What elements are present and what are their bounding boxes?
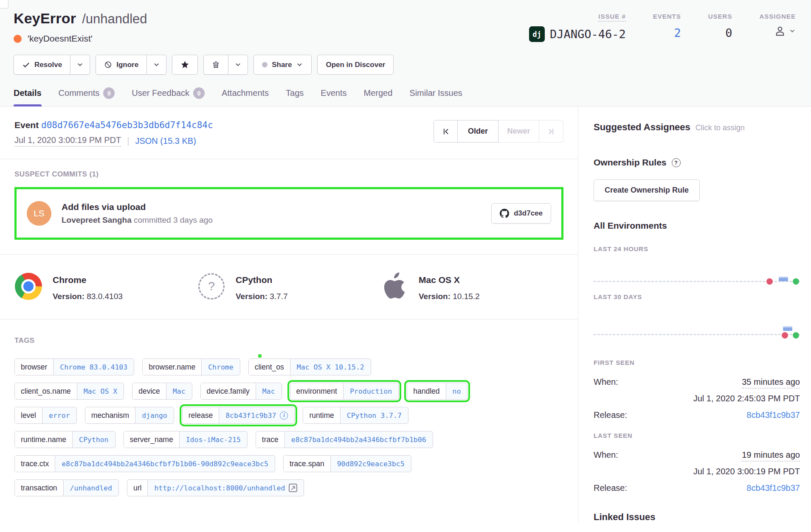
tag-value-link[interactable]: error bbox=[42, 407, 76, 423]
first-seen-relative: 35 minutes ago bbox=[742, 377, 800, 389]
star-icon bbox=[180, 60, 189, 69]
last-seen-release-link[interactable]: 8cb43f1c9b37 bbox=[746, 483, 800, 493]
delete-button[interactable] bbox=[203, 55, 228, 75]
tag-value-link[interactable]: Production bbox=[344, 383, 398, 399]
tag-value-link[interactable]: e8c87ba1dc494bb2a4346bcfbf7b1b06 bbox=[285, 431, 433, 448]
resolve-dropdown-button[interactable] bbox=[70, 55, 90, 75]
issue-tabs: DetailsComments0User Feedback0Attachment… bbox=[0, 87, 811, 106]
stat-issue-number: ISSUE # dj DJANGO-46-2 bbox=[529, 13, 626, 42]
tag-value-link[interactable]: no bbox=[446, 383, 467, 399]
tag-browser-name: browser.nameChrome bbox=[142, 358, 240, 375]
create-ownership-rule-button[interactable]: Create Ownership Rule bbox=[594, 179, 700, 201]
unknown-runtime-icon: ? bbox=[198, 273, 225, 300]
bookmark-button[interactable] bbox=[172, 55, 198, 75]
last-seen-marker bbox=[793, 278, 799, 285]
tag-key: server_name bbox=[124, 431, 180, 448]
share-indicator-icon bbox=[262, 62, 268, 67]
tag-value-link[interactable]: Chrome 83.0.4103 bbox=[54, 359, 134, 375]
tab-events[interactable]: Events bbox=[321, 87, 346, 106]
tag-trace: tracee8c87ba1dc494bb2a4346bcfbf7b1b06 bbox=[256, 431, 433, 448]
tag-value-link[interactable]: http://localhost:8000/unhandled bbox=[148, 480, 304, 496]
sparkline-baseline bbox=[594, 334, 800, 335]
tag-value-link[interactable]: 8cb43f1c9b37i bbox=[219, 407, 294, 423]
tab-user-feedback[interactable]: User Feedback0 bbox=[132, 87, 205, 106]
tag-value-link[interactable]: Mac bbox=[256, 383, 282, 399]
older-event-button[interactable]: Older bbox=[458, 120, 498, 143]
users-count: 0 bbox=[708, 26, 732, 39]
tab-label: User Feedback bbox=[132, 88, 189, 98]
tag-device: deviceMac bbox=[132, 383, 192, 400]
resolve-button[interactable]: Resolve bbox=[14, 55, 70, 75]
tag-key: release bbox=[183, 407, 219, 423]
commit-sha-button[interactable]: d3d7cee bbox=[491, 203, 551, 224]
tag-row: trace.ctxe8c87ba1dc494bb2a4346bcfbf7b1b0… bbox=[14, 455, 563, 472]
json-download-link[interactable]: JSON (15.3 KB) bbox=[135, 136, 196, 146]
chevron-down-icon bbox=[789, 28, 796, 34]
jump-to-first-button[interactable] bbox=[434, 120, 458, 143]
first-seen-marker bbox=[766, 278, 773, 285]
issue-header: KeyError /unhandled 'keyDoesntExist' ISS… bbox=[0, 0, 811, 106]
tag-row: transaction/unhandledurlhttp://localhost… bbox=[14, 479, 563, 496]
external-link-icon[interactable] bbox=[289, 484, 297, 492]
tag-value-link[interactable]: Idos-iMac-215 bbox=[180, 431, 247, 448]
jump-first-icon bbox=[442, 127, 450, 136]
last-seen-marker bbox=[793, 332, 799, 339]
tag-value-link[interactable]: Mac OS X bbox=[77, 383, 124, 399]
tab-comments[interactable]: Comments0 bbox=[59, 87, 115, 106]
tag-key: client_os bbox=[249, 359, 290, 375]
tab-attachments[interactable]: Attachments bbox=[222, 87, 269, 106]
tag-row: browserChrome 83.0.4103browser.nameChrom… bbox=[14, 358, 563, 375]
ignore-dropdown-button[interactable] bbox=[147, 55, 166, 75]
events-count-link[interactable]: 2 bbox=[653, 26, 681, 39]
tag-level: levelerror bbox=[14, 407, 77, 424]
tag-value-link[interactable]: /unhandled bbox=[64, 480, 118, 496]
tab-label: Attachments bbox=[222, 88, 269, 98]
stat-assignee: ASSIGNEE bbox=[759, 13, 796, 37]
github-icon bbox=[500, 209, 509, 218]
tab-merged[interactable]: Merged bbox=[364, 87, 393, 106]
release-label: Release: bbox=[594, 483, 627, 493]
tag-environment: environmentProduction bbox=[290, 383, 399, 400]
tag-key: client_os.name bbox=[15, 383, 77, 399]
first-seen-block: FIRST SEEN When: 35 minutes ago Jul 1, 2… bbox=[594, 359, 800, 420]
tag-key: level bbox=[15, 407, 42, 423]
ownership-rules-title: Ownership Rules bbox=[594, 157, 667, 168]
tab-similar-issues[interactable]: Similar Issues bbox=[409, 87, 462, 106]
jump-to-last-button[interactable] bbox=[539, 120, 563, 143]
tag-value-link[interactable]: Mac bbox=[166, 383, 192, 399]
tag-value-link[interactable]: e8c87ba1dc494bb2a4346bcfbf7b1b06-90d892c… bbox=[55, 456, 275, 472]
tag-key: browser.name bbox=[143, 359, 202, 375]
tab-label: Similar Issues bbox=[409, 88, 462, 98]
tag-url: urlhttp://localhost:8000/unhandled bbox=[127, 479, 304, 496]
help-icon[interactable]: ? bbox=[672, 158, 681, 167]
release-info-icon[interactable]: i bbox=[280, 412, 288, 420]
newer-event-button[interactable]: Newer bbox=[498, 120, 539, 143]
tag-value-link[interactable]: 90d892c9eace3bc5 bbox=[331, 456, 411, 472]
all-environments-title: All Environments bbox=[594, 221, 800, 231]
tag-client-os-name: client_os.nameMac OS X bbox=[14, 383, 124, 400]
tag-server-name: server_nameIdos-iMac-215 bbox=[124, 431, 248, 448]
tab-details[interactable]: Details bbox=[14, 87, 42, 106]
delete-dropdown-button[interactable] bbox=[228, 55, 248, 75]
tags-heading: TAGS bbox=[14, 336, 563, 345]
when-label: When: bbox=[594, 377, 618, 387]
share-button[interactable]: Share bbox=[253, 55, 312, 75]
context-os: Mac OS X Version: 10.15.2 bbox=[380, 272, 563, 301]
commit-author: Lovepreet Sangha bbox=[62, 216, 132, 224]
action-bar: Resolve Ignore bbox=[14, 55, 796, 75]
event-id-link[interactable]: d08d7667e4a5476eb3b3db6d7f14c84c bbox=[41, 120, 213, 130]
open-in-discover-button[interactable]: Open in Discover bbox=[317, 55, 394, 75]
assignee-label: ASSIGNEE bbox=[759, 13, 796, 20]
ignore-button[interactable]: Ignore bbox=[96, 55, 147, 75]
tab-tags[interactable]: Tags bbox=[286, 87, 304, 106]
corner-artifact bbox=[0, 0, 8, 8]
tag-value-link[interactable]: Chrome bbox=[202, 359, 240, 375]
tag-value-link[interactable]: django bbox=[135, 407, 174, 423]
first-seen-release-link[interactable]: 8cb43f1c9b37 bbox=[746, 410, 800, 420]
tag-key: environment bbox=[290, 383, 344, 399]
tag-value-link[interactable]: CPython 3.7.7 bbox=[341, 407, 408, 423]
assignee-dropdown[interactable] bbox=[759, 25, 796, 37]
tag-value-link[interactable]: Mac OS X 10.15.2 bbox=[290, 359, 371, 375]
tag-runtime: runtimeCPython 3.7.7 bbox=[303, 407, 408, 424]
tag-value-link[interactable]: CPython bbox=[73, 431, 115, 448]
